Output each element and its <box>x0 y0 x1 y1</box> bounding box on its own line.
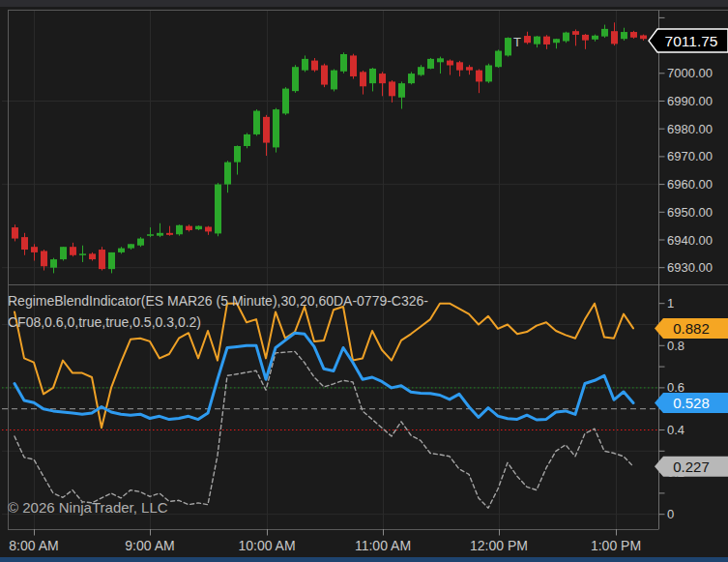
candle <box>147 234 154 236</box>
candle <box>572 31 579 35</box>
candle <box>70 247 76 255</box>
candle <box>427 59 434 69</box>
candle <box>437 58 444 62</box>
candlestick-series <box>12 22 656 273</box>
candle <box>234 146 241 163</box>
window-bottom-bar <box>0 557 728 562</box>
candle <box>630 32 637 38</box>
t-text-annotation: T <box>513 35 521 49</box>
candle <box>369 69 376 83</box>
window-top-bar <box>0 0 728 7</box>
chart-canvas[interactable]: T7000.006990.006980.006970.006960.006950… <box>0 0 728 562</box>
candle <box>505 38 511 55</box>
ninjatrader-chart-window: T7000.006990.006980.006970.006960.006950… <box>0 0 728 562</box>
candle <box>195 226 202 229</box>
candle <box>524 36 531 43</box>
candle <box>21 237 28 250</box>
candle <box>157 233 163 236</box>
candle <box>176 225 183 234</box>
candle <box>340 54 347 72</box>
candle <box>128 244 134 248</box>
candle <box>79 253 86 255</box>
candle <box>534 37 540 44</box>
copyright-watermark: © 2026 NinjaTrader, LLC <box>8 499 168 516</box>
candle <box>244 134 250 146</box>
indicator-axis[interactable] <box>659 285 728 529</box>
candle <box>41 251 47 266</box>
candle <box>447 61 453 66</box>
candle <box>543 37 550 44</box>
candle <box>418 67 424 74</box>
candle <box>89 253 96 259</box>
candle <box>50 259 57 268</box>
candle <box>640 35 647 39</box>
candle <box>582 35 589 41</box>
time-label: 1:00 PM <box>591 538 641 553</box>
candle <box>601 29 608 37</box>
candle <box>553 39 560 43</box>
candle <box>360 72 366 86</box>
time-label: 9:00 AM <box>125 538 174 553</box>
time-label: 12:00 PM <box>470 538 528 553</box>
candle <box>495 51 502 68</box>
time-label: 10:00 AM <box>238 538 295 553</box>
candle <box>621 32 627 39</box>
candle <box>118 249 125 252</box>
gridlines <box>2 11 659 530</box>
candle <box>137 239 144 246</box>
candle <box>186 226 192 230</box>
candle <box>563 33 569 42</box>
price-axis[interactable] <box>659 11 728 284</box>
candle <box>31 247 38 252</box>
candle <box>224 163 231 185</box>
time-label: 11:00 AM <box>355 538 411 553</box>
candle <box>408 74 415 83</box>
candle <box>205 227 212 232</box>
candle <box>321 65 328 84</box>
candle <box>456 62 463 70</box>
candle <box>253 111 260 134</box>
candle <box>379 74 386 83</box>
candle <box>12 227 18 238</box>
candle <box>350 55 357 76</box>
candle <box>166 233 173 235</box>
panel-borders <box>8 11 728 530</box>
candle <box>398 83 405 98</box>
candle <box>292 67 299 91</box>
candle <box>311 61 318 71</box>
candle <box>331 71 337 90</box>
candle <box>485 65 492 81</box>
candle <box>389 81 395 96</box>
candle <box>611 31 618 44</box>
candle <box>263 117 270 143</box>
candle <box>273 109 279 147</box>
time-label: 8:00 AM <box>9 538 58 553</box>
axis-ticks-and-labels: 7000.006990.006980.006970.006960.006950.… <box>35 17 713 535</box>
time-axis[interactable]: 8:00 AM9:00 AM10:00 AM11:00 AM12:00 PM1:… <box>0 530 728 555</box>
candle <box>282 89 289 114</box>
candle <box>466 67 473 70</box>
candle <box>302 59 308 71</box>
candle <box>60 247 67 259</box>
candle <box>476 71 482 82</box>
candle <box>215 185 221 234</box>
candle <box>592 36 598 40</box>
candle <box>99 250 105 269</box>
candle <box>108 252 115 269</box>
